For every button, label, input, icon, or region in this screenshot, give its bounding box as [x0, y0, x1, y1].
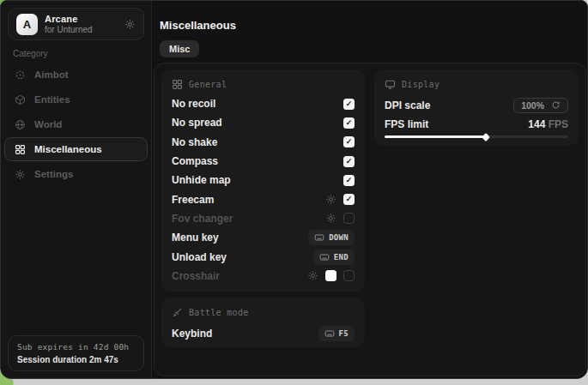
checkbox[interactable]: ✓: [343, 99, 355, 110]
setting-row-compass: Compass✓: [161, 152, 365, 171]
sidebar-item-miscellaneous[interactable]: Miscellaneous: [4, 137, 148, 161]
sidebar-item-label: Settings: [34, 169, 73, 179]
fps-limit-row: FPS limit 144 FPS: [374, 116, 579, 133]
checkbox[interactable]: ✓: [343, 117, 355, 129]
content-frame: General No recoil✓No spread✓No shake✓Com…: [154, 63, 586, 376]
setting-controls: DOWN: [308, 230, 355, 245]
tab-misc[interactable]: Misc: [160, 40, 199, 57]
app-subtitle: for Unturned: [45, 25, 93, 34]
color-swatch[interactable]: [325, 270, 336, 281]
setting-label: No shake: [172, 136, 217, 148]
sidebar-item-label: World: [34, 119, 62, 129]
app-header-card: A Arcane for Unturned: [8, 8, 144, 40]
panel-display-title: Display: [402, 80, 439, 89]
checkbox[interactable]: ✓: [343, 136, 355, 147]
fps-slider-thumb[interactable]: [482, 133, 490, 141]
keyboard-icon: [314, 232, 324, 243]
keybind-value: DOWN: [329, 233, 349, 242]
subscription-card: Sub expires in 42d 00h Session duration …: [8, 335, 144, 371]
checkbox[interactable]: ✓: [343, 156, 355, 167]
setting-controls: F5: [318, 326, 355, 341]
sidebar-item-label: Aimbot: [34, 69, 69, 80]
app-meta: Arcane for Unturned: [45, 14, 93, 34]
panel-general: General No recoil✓No spread✓No shake✓Com…: [161, 69, 365, 292]
refresh-icon: [551, 100, 561, 110]
dpi-scale-label: DPI scale: [385, 99, 430, 111]
keybind-button[interactable]: END: [313, 250, 355, 265]
dpi-scale-select[interactable]: 100%: [513, 98, 568, 113]
setting-controls: ✓: [325, 194, 355, 205]
setting-label: Menu key: [172, 232, 219, 244]
gear-icon[interactable]: [307, 270, 318, 281]
panel-display: Display DPI scale 100% FPS limit 144: [374, 69, 579, 146]
keybind-button[interactable]: F5: [318, 326, 355, 341]
setting-controls: [307, 270, 355, 281]
setting-label: Compass: [172, 155, 218, 167]
setting-label: Unhide map: [172, 174, 231, 186]
setting-label: Crosshair: [172, 270, 220, 282]
category-label: Category: [13, 49, 48, 58]
setting-controls: END: [313, 250, 355, 265]
app-logo: A: [16, 14, 38, 35]
checkbox[interactable]: [343, 270, 355, 281]
dpi-scale-row: DPI scale 100%: [374, 94, 579, 116]
setting-row-keybind: KeybindF5: [161, 322, 365, 345]
setting-label: Freecam: [172, 194, 214, 206]
keybind-value: END: [334, 253, 349, 262]
desktop-background: A Arcane for Unturned Category AimbotEnt…: [0, 0, 588, 385]
grid-icon: [172, 79, 183, 90]
setting-row-freecam: Freecam✓: [161, 189, 365, 208]
fps-limit-slider[interactable]: [385, 135, 568, 138]
setting-row-fov-changer: Fov changer: [161, 209, 365, 228]
app-name: Arcane: [45, 14, 93, 24]
main-content: Miscellaneous Misc General No recoil✓No …: [153, 1, 587, 378]
panel-battle-title: Battle mode: [189, 308, 249, 317]
panel-display-header: Display: [374, 69, 579, 94]
gear-icon[interactable]: [325, 213, 336, 224]
checkbox[interactable]: [343, 213, 355, 224]
setting-label: Keybind: [172, 328, 212, 340]
setting-row-no-recoil: No recoil✓: [161, 94, 365, 113]
sidebar-item-world[interactable]: World: [4, 112, 148, 136]
setting-label: No recoil: [172, 98, 215, 110]
panel-battle-header: Battle mode: [161, 298, 365, 322]
gear-icon[interactable]: [325, 194, 336, 205]
app-logo-letter: A: [23, 18, 31, 31]
fps-slider-fill: [385, 135, 486, 138]
session-duration: Session duration 2m 47s: [17, 355, 135, 364]
cube-icon: [15, 94, 26, 105]
sidebar-item-label: Entities: [34, 94, 70, 105]
setting-label: Fov changer: [172, 213, 233, 225]
checkbox[interactable]: ✓: [343, 194, 355, 205]
panel-general-title: General: [189, 80, 227, 89]
setting-controls: [325, 213, 355, 224]
checkbox[interactable]: ✓: [343, 175, 355, 186]
tab-bar: Misc: [160, 40, 199, 57]
sidebar-item-entities[interactable]: Entities: [4, 87, 148, 111]
setting-row-no-spread: No spread✓: [161, 113, 365, 132]
keyboard-icon: [319, 252, 330, 262]
monitor-icon: [385, 79, 396, 90]
sidebar-nav: AimbotEntitiesWorldMiscellaneousSettings: [4, 63, 148, 187]
setting-row-crosshair: Crosshair: [161, 267, 365, 286]
gear-icon[interactable]: [124, 19, 136, 30]
sidebar: A Arcane for Unturned Category AimbotEnt…: [1, 1, 152, 378]
sword-icon: [172, 307, 183, 318]
setting-row-menu-key: Menu keyDOWN: [161, 228, 365, 247]
subscription-expiry: Sub expires in 42d 00h: [17, 342, 135, 352]
setting-controls: ✓: [343, 156, 355, 167]
keybind-button[interactable]: DOWN: [308, 230, 355, 245]
sidebar-item-label: Miscellaneous: [34, 144, 102, 154]
setting-controls: ✓: [343, 117, 355, 129]
sidebar-item-aimbot[interactable]: Aimbot: [4, 63, 148, 87]
setting-controls: ✓: [343, 136, 355, 147]
keyboard-icon: [324, 328, 335, 339]
setting-label: No spread: [172, 117, 222, 129]
page-title: Miscellaneous: [160, 19, 236, 32]
setting-controls: ✓: [343, 175, 355, 186]
panel-battle-mode: Battle mode KeybindF5: [161, 298, 365, 347]
fps-limit-value: 144 FPS: [528, 118, 568, 130]
dpi-scale-value: 100%: [521, 100, 544, 111]
setting-label: Unload key: [172, 251, 227, 263]
sidebar-item-settings[interactable]: Settings: [4, 162, 148, 186]
